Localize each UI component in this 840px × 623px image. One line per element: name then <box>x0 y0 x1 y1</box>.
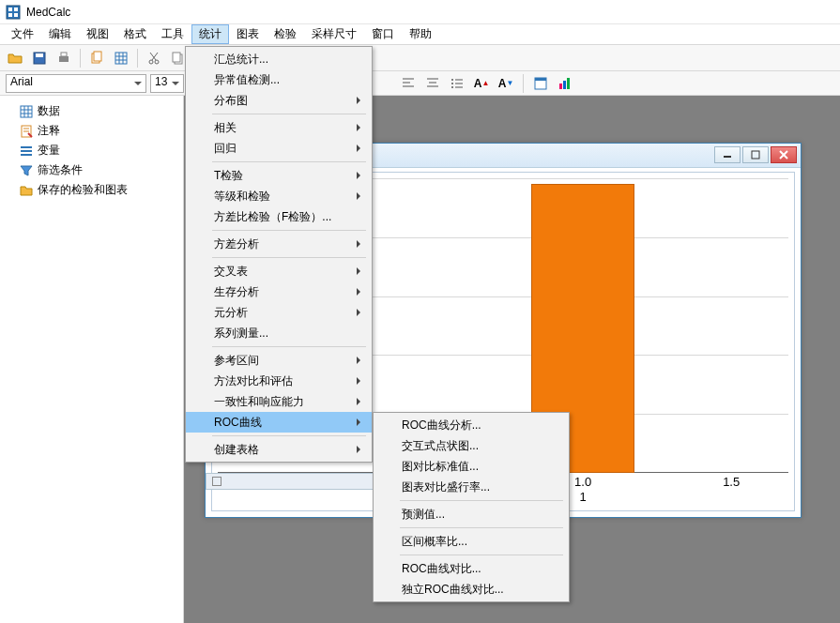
cut-icon[interactable] <box>143 47 165 69</box>
mi-serial[interactable]: 系列测量... <box>186 323 372 343</box>
folder-icon <box>19 183 34 198</box>
svg-point-16 <box>149 60 153 64</box>
grid-icon <box>19 104 34 119</box>
open-icon[interactable] <box>4 47 26 69</box>
mi-crosstab[interactable]: 交叉表 <box>186 261 372 281</box>
mi-anova[interactable]: 方差分析 <box>186 234 372 254</box>
menu-tools[interactable]: 工具 <box>154 24 191 44</box>
close-button[interactable] <box>771 146 797 163</box>
mi-ttest[interactable]: T检验 <box>186 165 372 186</box>
var-icon <box>19 144 34 159</box>
tree-variables[interactable]: 变量 <box>4 141 179 160</box>
font-increase-icon[interactable]: A▲ <box>471 73 492 94</box>
mi-agreement[interactable]: 一致性和响应能力 <box>186 391 372 412</box>
chevron-right-icon <box>357 446 364 453</box>
mi-roc-compare[interactable]: ROC曲线对比... <box>374 558 569 579</box>
mi-methodcomp[interactable]: 方法对比和评估 <box>186 371 372 391</box>
menu-format[interactable]: 格式 <box>116 24 154 44</box>
mi-roc-interval[interactable]: 区间概率比... <box>374 531 569 552</box>
align-center-icon[interactable] <box>422 73 443 94</box>
maximize-button[interactable] <box>742 146 769 163</box>
menu-window[interactable]: 窗口 <box>364 24 402 44</box>
menu-bar: 文件 编辑 视图 格式 工具 统计 图表 检验 采样尺寸 窗口 帮助 <box>0 24 840 45</box>
menu-edit[interactable]: 编辑 <box>41 24 79 44</box>
mi-roc-indepcompare[interactable]: 独立ROC曲线对比... <box>374 579 569 600</box>
menu-view[interactable]: 视图 <box>79 24 116 44</box>
note-icon <box>19 124 34 139</box>
svg-rect-40 <box>567 78 570 89</box>
sidebar: 数据 注释 变量 筛选条件 保存的检验和图表 <box>0 96 184 623</box>
menu-statistics[interactable]: 统计 <box>191 24 229 44</box>
align-left-icon[interactable] <box>398 73 419 94</box>
mi-roc-dotplot[interactable]: 交互式点状图... <box>374 435 569 456</box>
mi-roc-criterion[interactable]: 图对比标准值... <box>374 456 569 477</box>
chevron-right-icon <box>357 418 364 426</box>
restore-icon[interactable] <box>212 477 221 486</box>
toolbar-separator <box>523 74 524 93</box>
tree-label: 保存的检验和图表 <box>38 182 128 198</box>
copy-icon[interactable] <box>85 47 108 69</box>
chevron-right-icon <box>357 172 364 179</box>
font-size-select[interactable]: 13 <box>150 74 184 93</box>
save-icon[interactable] <box>28 47 51 69</box>
font-decrease-icon[interactable]: A▼ <box>496 73 516 94</box>
mi-roc-prevalence[interactable]: 图表对比盛行率... <box>374 477 569 497</box>
menu-file[interactable]: 文件 <box>4 24 41 44</box>
font-name-select[interactable]: Arial <box>6 74 146 93</box>
minimize-button[interactable] <box>714 146 741 163</box>
font-size-value: 13 <box>155 75 167 88</box>
svg-point-34 <box>451 86 453 88</box>
mi-roc[interactable]: ROC曲线 <box>186 412 372 433</box>
mi-roc-analysis[interactable]: ROC曲线分析... <box>374 415 569 435</box>
tree-data[interactable]: 数据 <box>4 101 179 121</box>
filter-icon <box>19 163 34 178</box>
xtick-label: 1.5 <box>712 475 750 489</box>
svg-rect-37 <box>535 78 546 81</box>
chart-tool-icon[interactable] <box>555 73 575 94</box>
chevron-right-icon <box>357 124 364 131</box>
app-title: MedCalc <box>26 6 70 19</box>
mi-createtable[interactable]: 创建表格 <box>186 439 372 460</box>
table-icon[interactable] <box>110 47 132 69</box>
sheet-icon[interactable] <box>530 73 551 94</box>
svg-rect-4 <box>14 13 18 17</box>
tree-notes[interactable]: 注释 <box>4 121 179 141</box>
menu-separator <box>400 555 563 555</box>
toolbar-separator <box>137 49 138 68</box>
menu-chart[interactable]: 图表 <box>229 24 267 44</box>
svg-rect-8 <box>61 53 67 56</box>
svg-point-30 <box>451 79 453 81</box>
mi-roc-predict[interactable]: 预测值... <box>374 504 569 524</box>
print-icon[interactable] <box>53 47 75 69</box>
menu-separator <box>212 346 366 347</box>
mi-meta[interactable]: 元分析 <box>186 302 372 323</box>
menu-samplesize[interactable]: 采样尺寸 <box>304 24 364 44</box>
toolbar <box>0 45 840 71</box>
mi-summary[interactable]: 汇总统计... <box>186 49 372 69</box>
statistics-menu: 汇总统计... 异常值检测... 分布图 相关 回归 T检验 等级和检验 方差比… <box>185 46 373 463</box>
chevron-right-icon <box>357 288 364 296</box>
tree-saved[interactable]: 保存的检验和图表 <box>4 180 179 200</box>
mi-regression[interactable]: 回归 <box>186 138 372 159</box>
mi-outlier[interactable]: 异常值检测... <box>186 69 372 90</box>
document-tab-strip[interactable] <box>206 473 374 490</box>
mi-survival[interactable]: 生存分析 <box>186 281 372 302</box>
mi-distribution[interactable]: 分布图 <box>186 90 372 111</box>
svg-rect-11 <box>115 53 127 64</box>
svg-rect-39 <box>563 81 566 89</box>
svg-rect-2 <box>14 8 18 11</box>
mi-rank[interactable]: 等级和检验 <box>186 186 372 206</box>
svg-rect-50 <box>752 151 759 159</box>
svg-rect-21 <box>173 53 180 62</box>
menu-test[interactable]: 检验 <box>267 24 304 44</box>
svg-rect-1 <box>8 8 12 11</box>
mi-refinterval[interactable]: 参考区间 <box>186 350 372 371</box>
mi-correlation[interactable]: 相关 <box>186 117 372 138</box>
tree-filter[interactable]: 筛选条件 <box>4 160 179 180</box>
list-icon[interactable] <box>447 73 467 94</box>
menu-separator <box>212 161 366 162</box>
tree-label: 注释 <box>38 123 60 139</box>
menu-help[interactable]: 帮助 <box>402 24 439 44</box>
font-name-value: Arial <box>10 75 33 88</box>
mi-ftest[interactable]: 方差比检验（F检验）... <box>186 206 372 227</box>
